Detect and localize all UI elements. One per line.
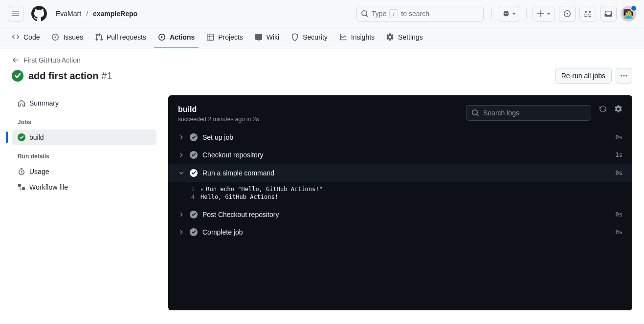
shield-icon — [291, 33, 299, 41]
create-button[interactable] — [533, 6, 555, 22]
issue-opened-icon — [563, 10, 571, 18]
tab-label: Projects — [218, 33, 243, 41]
breadcrumb-repo[interactable]: exampleRepo — [90, 8, 140, 20]
svg-point-1 — [55, 36, 56, 38]
search-suffix: to search — [401, 10, 429, 18]
tab-label: Issues — [63, 33, 83, 41]
chevron-right-icon — [178, 229, 185, 236]
git-pull-request-icon — [95, 33, 103, 41]
search-icon — [361, 10, 369, 18]
table-icon — [206, 33, 214, 41]
tab-wiki[interactable]: Wiki — [251, 27, 283, 48]
step-duration: 0s — [616, 170, 622, 176]
copilot-button[interactable] — [498, 6, 520, 22]
check-circle-fill-icon — [190, 228, 198, 236]
menu-button[interactable] — [8, 6, 23, 22]
tab-projects[interactable]: Projects — [202, 27, 247, 48]
tab-pull-requests[interactable]: Pull requests — [91, 27, 150, 48]
breadcrumb-owner[interactable]: EvaMart — [53, 8, 84, 20]
global-header: EvaMart / exampleRepo Type / to search 🧑… — [0, 0, 644, 27]
log-step-row[interactable]: Complete job0s — [168, 223, 632, 241]
stopwatch-icon — [18, 168, 25, 175]
arrow-left-icon — [12, 56, 20, 64]
breadcrumb-sep: / — [86, 10, 88, 18]
tab-label: Security — [303, 33, 328, 41]
step-duration: 0s — [616, 211, 622, 218]
sidebar-item-label: Usage — [29, 168, 49, 175]
sidebar-item-workflow-file[interactable]: Workflow file — [12, 179, 156, 195]
notifications-button[interactable] — [600, 6, 617, 22]
kebab-horizontal-icon — [620, 72, 628, 80]
step-name: Checkout repository — [202, 151, 611, 159]
tab-insights[interactable]: Insights — [335, 27, 378, 48]
divider — [526, 9, 527, 19]
caret-down-icon — [547, 13, 551, 15]
line-number: 1 — [178, 186, 195, 193]
rerun-all-jobs-button[interactable]: Re-run all jobs — [555, 68, 612, 84]
divider — [491, 9, 492, 19]
check-circle-icon — [12, 70, 23, 82]
log-step-row[interactable]: Set up job0s — [168, 129, 632, 146]
gear-icon[interactable] — [615, 105, 622, 113]
chevron-right-icon — [178, 151, 185, 158]
sidebar-item-job-build[interactable]: build — [12, 130, 156, 145]
inbox-icon — [604, 10, 612, 18]
log-line: 1▸Run echo "Hello, GitHub Actions!" — [168, 185, 632, 193]
log-lines: 1▸Run echo "Hello, GitHub Actions!"4Hell… — [168, 182, 632, 206]
step-name: Set up job — [202, 133, 611, 141]
github-logo[interactable] — [31, 6, 47, 22]
run-title: add first action — [28, 70, 98, 82]
step-name: Post Checkout repository — [202, 211, 611, 218]
disclosure-arrow-icon[interactable]: ▸ — [200, 186, 204, 193]
check-circle-fill-icon — [190, 133, 198, 141]
copilot-icon — [502, 10, 510, 18]
caret-down-icon — [512, 13, 516, 15]
repo-nav: Code Issues Pull requests Actions Projec… — [0, 27, 644, 48]
search-kbd: / — [389, 9, 398, 18]
tab-settings[interactable]: Settings — [382, 27, 427, 48]
log-header: build succeeded 2 minutes ago in 2s — [168, 95, 632, 129]
back-link-text: First GitHub Action — [23, 56, 81, 64]
log-text: Hello, GitHub Actions! — [200, 194, 278, 200]
search-icon — [471, 109, 479, 117]
sidebar-item-label: Summary — [29, 99, 59, 107]
step-name: Run a simple command — [202, 169, 611, 177]
global-search[interactable]: Type / to search — [356, 6, 484, 22]
svg-point-0 — [566, 13, 568, 14]
svg-point-5 — [626, 75, 627, 77]
svg-point-3 — [621, 75, 622, 77]
tab-code[interactable]: Code — [8, 27, 44, 48]
tab-actions[interactable]: Actions — [154, 27, 199, 48]
sidebar-section-jobs: Jobs — [12, 111, 156, 130]
pull-requests-tray-button[interactable] — [579, 6, 596, 22]
tab-issues[interactable]: Issues — [47, 27, 87, 48]
log-search[interactable] — [466, 105, 591, 121]
log-step-row[interactable]: Checkout repository1s — [168, 146, 632, 164]
kebab-menu-button[interactable] — [616, 68, 632, 84]
sidebar-item-usage[interactable]: Usage — [12, 164, 156, 179]
run-number: #1 — [101, 70, 112, 82]
log-panel: build succeeded 2 minutes ago in 2s Set … — [168, 95, 632, 310]
sync-icon[interactable] — [599, 105, 607, 113]
log-title: build — [178, 105, 466, 114]
run-sidebar: Summary Jobs build Run details Usage Wor… — [12, 95, 156, 310]
sidebar-item-summary[interactable]: Summary — [12, 95, 156, 111]
avatar[interactable]: 🧑‍💻 — [621, 6, 636, 22]
hamburger-icon — [12, 10, 20, 18]
tab-label: Pull requests — [107, 33, 146, 41]
issue-opened-icon — [51, 33, 59, 41]
tab-label: Insights — [351, 33, 375, 41]
issues-tray-button[interactable] — [559, 6, 576, 22]
log-search-input[interactable] — [483, 109, 586, 117]
github-mark-icon — [31, 6, 47, 22]
code-icon — [12, 33, 20, 41]
log-step-row[interactable]: Run a simple command0s — [168, 164, 632, 182]
tab-security[interactable]: Security — [287, 27, 332, 48]
tab-label: Code — [23, 33, 40, 41]
back-link[interactable]: First GitHub Action — [12, 56, 81, 64]
log-step-row[interactable]: Post Checkout repository0s — [168, 206, 632, 223]
step-name: Complete job — [202, 228, 611, 236]
step-duration: 1s — [616, 151, 622, 158]
log-text: Run echo "Hello, GitHub Actions!" — [206, 186, 322, 193]
tab-label: Wiki — [266, 33, 279, 41]
